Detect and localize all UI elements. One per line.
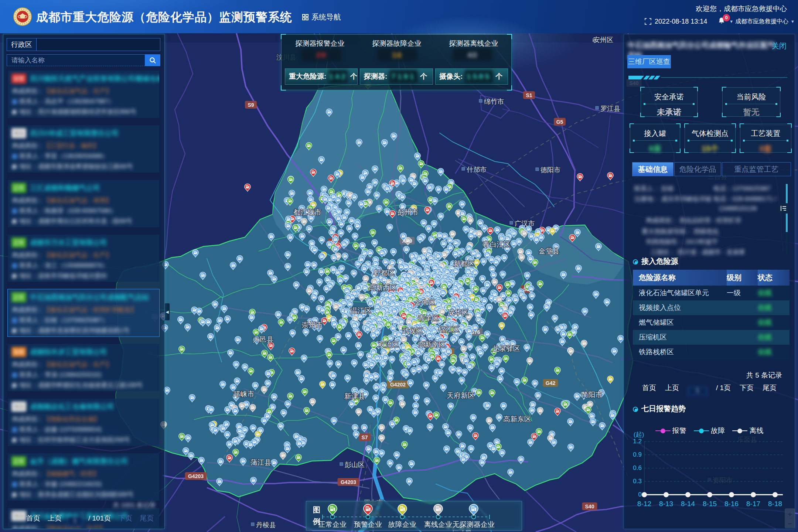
svg-text:安州区: 安州区 <box>593 36 613 44</box>
svg-text:G4202: G4202 <box>390 382 406 388</box>
svg-text:彭山区: 彭山区 <box>345 461 365 468</box>
svg-text:郫都区: 郫都区 <box>374 269 395 277</box>
svg-text:S7: S7 <box>361 434 368 440</box>
svg-text:G42: G42 <box>546 380 556 386</box>
svg-text:S40: S40 <box>585 504 594 509</box>
svg-text:广汉市: 广汉市 <box>515 220 535 227</box>
svg-text:新津县: 新津县 <box>344 392 365 400</box>
svg-text:G4203: G4203 <box>188 473 204 479</box>
svg-text:绵竹市: 绵竹市 <box>484 98 504 105</box>
svg-text:什邡市: 什邡市 <box>467 166 487 173</box>
svg-text:简阳市: 简阳市 <box>582 391 603 399</box>
svg-text:成华区: 成华区 <box>448 308 469 316</box>
svg-text:高新东区: 高新东区 <box>503 415 531 423</box>
svg-text:大邑县: 大邑县 <box>253 335 274 343</box>
svg-text:锦江区: 锦江区 <box>439 325 460 333</box>
svg-text:高新西区: 高新西区 <box>369 284 397 291</box>
svg-text:金堂县: 金堂县 <box>539 247 560 255</box>
svg-text:崇州市: 崇州市 <box>302 321 323 329</box>
svg-text:高新南区: 高新南区 <box>418 341 446 348</box>
svg-text:G5: G5 <box>556 119 563 125</box>
svg-text:S9: S9 <box>248 102 254 108</box>
svg-text:温江区: 温江区 <box>351 307 372 314</box>
svg-text:S1: S1 <box>526 92 532 98</box>
svg-text:新都区: 新都区 <box>454 260 475 267</box>
svg-text:彭州市: 彭州市 <box>398 208 419 216</box>
svg-text:龙泉驿区: 龙泉驿区 <box>492 345 520 352</box>
svg-text:青羊区: 青羊区 <box>418 314 439 322</box>
svg-text:邛崃市: 邛崃市 <box>233 390 255 398</box>
svg-text:双流区: 双流区 <box>378 341 399 348</box>
svg-text:天府新区: 天府新区 <box>447 392 475 399</box>
svg-text:罗江县: 罗江县 <box>600 105 620 112</box>
svg-text:金牛区: 金牛区 <box>415 299 436 306</box>
svg-text:都江堰市: 都江堰市 <box>293 208 321 216</box>
svg-text:武侯区: 武侯区 <box>402 327 423 335</box>
svg-text:丹棱县: 丹棱县 <box>256 521 276 529</box>
svg-text:青白江区: 青白江区 <box>482 241 511 248</box>
svg-text:蒲江县: 蒲江县 <box>250 458 272 466</box>
svg-text:德阳市: 德阳市 <box>540 166 560 174</box>
svg-text:G4203: G4203 <box>341 479 356 485</box>
